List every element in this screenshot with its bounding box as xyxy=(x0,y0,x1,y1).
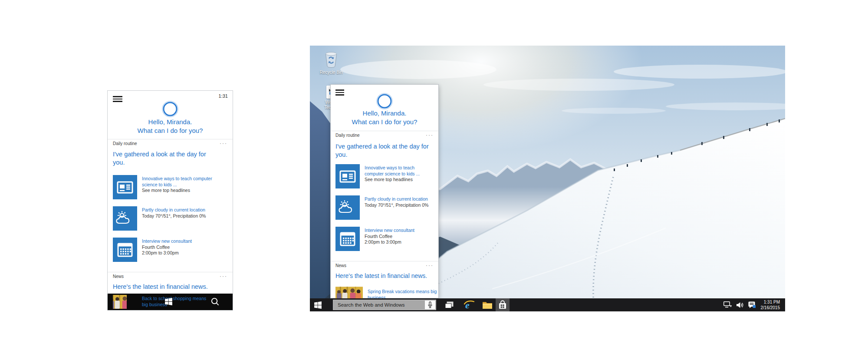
cortana-desktop-panel: Hello, Miranda. What can I do for you? D… xyxy=(330,84,439,298)
cortana-phone-panel: 1:31 Hello, Miranda. What can I do for y… xyxy=(107,90,233,311)
news-header: News ··· xyxy=(335,263,434,268)
taskbar-search-box[interactable] xyxy=(333,300,436,310)
internet-explorer-button[interactable]: e xyxy=(463,298,476,311)
microphone-icon xyxy=(427,301,433,309)
more-options-icon[interactable]: ··· xyxy=(426,263,434,268)
news-icon[interactable] xyxy=(335,164,360,188)
phone-status-time: 1:31 xyxy=(219,93,228,99)
hamburger-menu-icon[interactable] xyxy=(113,96,122,102)
windows-desktop: Recycle Bin Welcom Tech Pre Hello, Miran… xyxy=(310,46,785,311)
more-options-icon[interactable]: ··· xyxy=(220,141,227,145)
news-icon[interactable] xyxy=(113,175,137,199)
search-icon[interactable] xyxy=(210,297,220,306)
taskbar: e xyxy=(310,298,785,311)
divider xyxy=(331,131,438,131)
more-options-icon[interactable]: ··· xyxy=(220,274,227,278)
windows-logo-icon[interactable] xyxy=(165,298,172,305)
cortana-greeting: Hello, Miranda. What can I do for you? xyxy=(108,118,233,135)
hamburger-menu-icon[interactable] xyxy=(335,89,344,96)
weather-icon[interactable] xyxy=(335,195,360,220)
clock-time: 1:31 PM xyxy=(761,299,780,305)
network-icon xyxy=(723,301,732,308)
cortana-ring-icon[interactable] xyxy=(375,92,394,111)
news-header: News ··· xyxy=(113,274,227,279)
more-options-icon[interactable]: ··· xyxy=(426,133,434,137)
speaker-icon xyxy=(736,302,744,308)
cortana-ring-icon[interactable] xyxy=(161,99,180,119)
action-center-icon xyxy=(748,301,756,309)
daily-routine-header: Daily routine ··· xyxy=(335,133,434,138)
store-bag-icon xyxy=(498,300,507,310)
start-button[interactable] xyxy=(310,298,329,311)
taskbar-clock[interactable]: 1:31 PM 2/16/2015 xyxy=(761,299,780,311)
news-headline: Here's the latest in financial news. xyxy=(113,283,208,290)
task-view-icon xyxy=(445,301,454,309)
task-view-button[interactable] xyxy=(443,298,456,311)
calendar-icon[interactable] xyxy=(113,238,137,262)
network-tray-icon[interactable] xyxy=(722,298,733,311)
daily-headline: I've gathered a look at the day for you. xyxy=(113,150,212,167)
divider xyxy=(108,139,233,139)
divider xyxy=(331,261,438,261)
windows-store-button[interactable] xyxy=(496,298,510,311)
microphone-button[interactable] xyxy=(425,301,435,309)
divider xyxy=(108,272,233,272)
daily-routine-header: Daily routine ··· xyxy=(113,141,227,146)
recycle-bin-glyph xyxy=(324,51,339,68)
recycle-bin-icon[interactable]: Recycle Bin xyxy=(317,51,345,75)
internet-explorer-icon: e xyxy=(464,300,475,310)
file-explorer-button[interactable] xyxy=(481,298,494,311)
windows-logo-icon xyxy=(314,301,322,309)
daily-headline: I've gathered a look at the day for you. xyxy=(335,142,432,159)
volume-tray-icon[interactable] xyxy=(734,298,746,311)
clock-date: 2/16/2015 xyxy=(761,305,780,311)
weather-icon[interactable] xyxy=(113,206,137,231)
folder-icon xyxy=(482,301,493,309)
cortana-greeting: Hello, Miranda. What can I do for you? xyxy=(331,109,438,126)
news-story-link[interactable]: Back to school shopping means big busine… xyxy=(142,295,209,307)
news-story-thumbnail[interactable] xyxy=(113,295,127,309)
action-center-tray-icon[interactable] xyxy=(746,298,758,311)
search-input[interactable] xyxy=(333,300,424,310)
phone-navigation-bar: Back to school shopping means big busine… xyxy=(108,294,233,310)
calendar-icon[interactable] xyxy=(335,227,360,251)
news-headline: Here's the latest in financial news. xyxy=(335,272,427,279)
